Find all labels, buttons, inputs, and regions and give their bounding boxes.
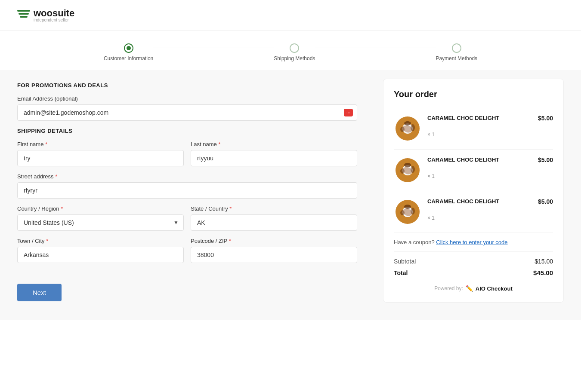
postcode-col: Postcode / ZIP *	[191, 238, 357, 270]
item-qty-1: × 1	[427, 132, 532, 138]
country-select[interactable]: United States (US)	[17, 214, 184, 231]
first-name-label: First name *	[17, 141, 184, 147]
first-name-input[interactable]	[17, 150, 184, 166]
state-label: State / Country *	[191, 205, 357, 212]
item-info-2: CARAMEL CHOC DELIGHT × 1	[427, 156, 532, 179]
step-circle-3	[452, 43, 461, 53]
svg-rect-0	[17, 10, 30, 12]
header: woosuite independent seller	[0, 0, 581, 31]
item-name-1: CARAMEL CHOC DELIGHT	[427, 115, 532, 121]
city-label: Town / City *	[17, 238, 184, 244]
item-info-1: CARAMEL CHOC DELIGHT × 1	[427, 115, 532, 138]
item-image-2	[394, 156, 421, 184]
step-circle-2	[290, 43, 299, 53]
promotions-section: FOR PROMOTIONS AND DEALS Email Address (…	[17, 82, 357, 121]
item-price-3: $5.00	[538, 198, 553, 205]
total-value: $45.00	[533, 269, 553, 276]
subtotal-row: Subtotal $15.00	[394, 258, 553, 265]
postcode-input[interactable]	[191, 247, 357, 263]
svg-rect-2	[20, 16, 28, 18]
item-info-3: CARAMEL CHOC DELIGHT × 1	[427, 198, 532, 221]
powered-label: Powered by:	[434, 285, 463, 291]
shipping-section: SHIPPING DETAILS First name *	[17, 128, 357, 270]
step-line-1	[153, 48, 274, 48]
last-name-label: Last name *	[191, 141, 357, 147]
svg-point-5	[404, 121, 411, 126]
svg-point-10	[404, 163, 411, 167]
city-postcode-row: Town / City * Postcode / ZIP *	[17, 238, 357, 270]
state-col: State / Country *	[191, 205, 357, 238]
step-line-2	[315, 48, 436, 48]
state-input[interactable]	[191, 214, 357, 231]
svg-point-15	[404, 205, 411, 209]
postcode-label: Postcode / ZIP *	[191, 238, 357, 244]
step-label-1: Customer Information	[104, 55, 153, 61]
name-row: First name * Last name *	[17, 141, 357, 173]
email-wrapper: ···	[17, 104, 357, 121]
progress-steps: Customer Information Shipping Methods Pa…	[0, 31, 581, 70]
order-item-1: CARAMEL CHOC DELIGHT × 1 $5.00	[394, 108, 553, 150]
step-label-3: Payment Methods	[436, 55, 477, 61]
logo-icon	[17, 9, 30, 21]
coupon-link[interactable]: Click here to enter your code	[436, 239, 507, 245]
state-required: *	[229, 205, 232, 212]
email-group: Email Address (optional) ···	[17, 95, 357, 121]
item-name-2: CARAMEL CHOC DELIGHT	[427, 156, 532, 163]
powered-by: Powered by: ✏️ AIO Checkout	[394, 285, 553, 292]
subtotal-value: $15.00	[535, 258, 553, 265]
logo-subtext: independent seller	[34, 18, 74, 22]
country-col: Country / Region * United States (US) ▼	[17, 205, 184, 238]
last-name-required: *	[218, 141, 220, 147]
first-name-col: First name *	[17, 141, 184, 173]
coupon-section: Have a coupon? Click here to enter your …	[394, 233, 553, 252]
next-button[interactable]: Next	[17, 284, 62, 301]
email-dots-icon[interactable]: ···	[344, 109, 353, 116]
left-panel: FOR PROMOTIONS AND DEALS Email Address (…	[17, 79, 383, 303]
postcode-required: *	[229, 238, 231, 244]
last-name-input[interactable]	[191, 150, 357, 166]
step-shipping: Shipping Methods	[274, 43, 315, 61]
total-row: Total $45.00	[394, 269, 553, 276]
country-state-row: Country / Region * United States (US) ▼	[17, 205, 357, 238]
promotions-title: FOR PROMOTIONS AND DEALS	[17, 82, 357, 89]
street-label: Street address *	[17, 173, 357, 180]
step-payment: Payment Methods	[436, 43, 477, 61]
email-input[interactable]	[17, 104, 357, 121]
subtotal-label: Subtotal	[394, 258, 416, 265]
country-label: Country / Region *	[17, 205, 184, 212]
step-customer-info: Customer Information	[104, 43, 153, 61]
right-panel: Your order CARAMEL C	[383, 79, 564, 303]
item-image-1	[394, 115, 421, 142]
shipping-title: SHIPPING DETAILS	[17, 128, 357, 134]
powered-brand: AIO Checkout	[476, 285, 513, 292]
country-required: *	[61, 205, 63, 212]
item-price-1: $5.00	[538, 115, 553, 122]
street-input[interactable]	[17, 182, 357, 199]
last-name-col: Last name *	[191, 141, 357, 173]
logo-text: woosuite	[34, 8, 74, 18]
step-circle-1	[124, 43, 133, 53]
order-title: Your order	[394, 89, 553, 99]
city-input[interactable]	[17, 247, 184, 263]
city-required: *	[46, 238, 48, 244]
pencil-icon: ✏️	[466, 285, 473, 292]
logo: woosuite independent seller	[17, 8, 564, 22]
first-name-required: *	[45, 141, 47, 147]
order-item-2: CARAMEL CHOC DELIGHT × 1 $5.00	[394, 150, 553, 191]
item-qty-2: × 1	[427, 173, 532, 179]
order-totals: Subtotal $15.00 Total $45.00	[394, 252, 553, 276]
country-select-wrapper: United States (US) ▼	[17, 214, 184, 231]
street-required: *	[55, 173, 57, 180]
city-col: Town / City *	[17, 238, 184, 270]
item-qty-3: × 1	[427, 215, 532, 221]
coupon-text: Have a coupon?	[394, 239, 435, 245]
street-group: Street address *	[17, 173, 357, 199]
item-image-3	[394, 198, 421, 226]
item-name-3: CARAMEL CHOC DELIGHT	[427, 198, 532, 205]
main-content: FOR PROMOTIONS AND DEALS Email Address (…	[0, 70, 581, 320]
order-item-3: CARAMEL CHOC DELIGHT × 1 $5.00	[394, 191, 553, 233]
order-panel: Your order CARAMEL C	[383, 79, 564, 303]
step-label-2: Shipping Methods	[274, 55, 315, 61]
item-price-2: $5.00	[538, 156, 553, 163]
svg-rect-1	[19, 13, 29, 15]
